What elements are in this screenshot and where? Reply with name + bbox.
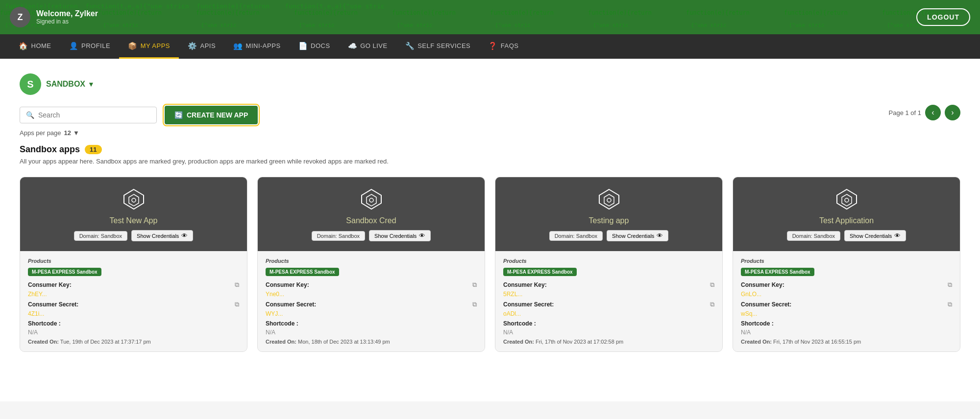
card-tags: Domain: Sandbox Show Credentials 👁 xyxy=(74,230,194,241)
nav-item-profile[interactable]: 👤 PROFILE xyxy=(60,34,120,59)
domain-tag: Domain: Sandbox xyxy=(312,231,365,241)
card-header: Test Application Domain: Sandbox Show Cr… xyxy=(733,177,960,251)
apps-count-badge: 11 xyxy=(85,145,101,154)
copy-consumer-secret-icon[interactable]: ⧉ xyxy=(235,301,239,308)
nav-item-my-apps[interactable]: 📦 MY APPS xyxy=(119,34,179,59)
created-on: Created On: Mon, 18th of Dec 2023 at 13:… xyxy=(266,339,477,345)
section-description: All your apps appear here. Sandbox apps … xyxy=(20,158,960,165)
app-icon xyxy=(834,187,859,211)
apps-grid: Test New App Domain: Sandbox Show Creden… xyxy=(20,177,960,352)
eye-icon: 👁 xyxy=(181,232,188,239)
copy-consumer-secret-icon[interactable]: ⧉ xyxy=(472,301,477,308)
eye-icon: 👁 xyxy=(419,232,425,239)
copy-consumer-key-icon[interactable]: ⧉ xyxy=(948,281,952,289)
card-tags: Domain: Sandbox Show Credentials 👁 xyxy=(787,230,906,241)
search-input[interactable] xyxy=(38,111,150,119)
svg-point-2 xyxy=(607,198,611,202)
sandbox-header: S SANDBOX ▼ xyxy=(20,73,960,95)
card-body: Products M-PESA EXPRESS Sandbox Consumer… xyxy=(20,251,247,351)
created-on: Created On: Fri, 17th of Nov 2023 at 16:… xyxy=(741,339,952,345)
pagination: Page 1 of 1 ‹ › xyxy=(889,105,961,120)
created-on-label: Created On: xyxy=(503,339,534,345)
mini-apps-icon: 👥 xyxy=(233,42,243,50)
copy-consumer-secret-icon[interactable]: ⧉ xyxy=(948,301,952,308)
search-box[interactable]: 🔍 xyxy=(20,107,157,123)
consumer-secret-row: Consumer Secret: ⧉ xyxy=(503,301,714,308)
next-page-button[interactable]: › xyxy=(945,105,960,120)
consumer-key-value: GnLO... xyxy=(741,291,952,298)
consumer-key-value: 5RZL... xyxy=(503,291,714,298)
show-credentials-button[interactable]: Show Credentials 👁 xyxy=(607,230,668,241)
products-label: Products xyxy=(266,258,477,264)
sandbox-avatar: S xyxy=(20,73,41,95)
svg-point-3 xyxy=(845,198,849,202)
chevron-down-icon: ▼ xyxy=(73,129,79,137)
products-label: Products xyxy=(741,258,952,264)
show-credentials-button[interactable]: Show Credentials 👁 xyxy=(369,230,431,241)
consumer-secret-label: Consumer Secret: xyxy=(741,301,791,308)
product-badge: M-PESA EXPRESS Sandbox xyxy=(503,268,577,276)
sandbox-label[interactable]: SANDBOX ▼ xyxy=(46,80,95,89)
header-left: Z Welcome, Zylker Signed in as xyxy=(10,7,98,27)
created-on-label: Created On: xyxy=(266,339,296,345)
copy-consumer-key-icon[interactable]: ⧉ xyxy=(235,281,239,289)
shortcode-row: Shortcode : xyxy=(503,320,714,327)
consumer-key-row: Consumer Key: ⧉ xyxy=(741,281,952,289)
go-live-icon: ☁️ xyxy=(348,42,358,50)
card-body: Products M-PESA EXPRESS Sandbox Consumer… xyxy=(258,251,485,351)
nav-item-self-services[interactable]: 🔧 SELF SERVICES xyxy=(396,34,480,59)
nav-item-go-live[interactable]: ☁️ GO LIVE xyxy=(339,34,396,59)
section-title-row: Sandbox apps 11 xyxy=(20,144,960,155)
domain-tag: Domain: Sandbox xyxy=(74,231,127,241)
card-tags: Domain: Sandbox Show Credentials 👁 xyxy=(312,230,431,241)
copy-consumer-key-icon[interactable]: ⧉ xyxy=(472,281,477,289)
consumer-secret-label: Consumer Secret: xyxy=(503,301,554,308)
created-on: Created On: Tue, 19th of Dec 2023 at 17:… xyxy=(28,339,239,345)
consumer-key-value: Yne0... xyxy=(266,291,477,298)
chevron-down-icon: ▼ xyxy=(88,80,95,88)
welcome-text: Welcome, Zylker xyxy=(36,9,98,18)
nav-item-docs[interactable]: 📄 DOCS xyxy=(290,34,339,59)
copy-consumer-key-icon[interactable]: ⧉ xyxy=(710,281,714,289)
top-controls: 🔍 🔄 CREATE NEW APP Page 1 of 1 ‹ › xyxy=(20,105,960,125)
svg-point-0 xyxy=(132,198,136,202)
products-label: Products xyxy=(28,258,239,264)
section-title: Sandbox apps xyxy=(20,144,80,155)
app-icon xyxy=(359,187,384,211)
products-label: Products xyxy=(503,258,714,264)
product-badge: M-PESA EXPRESS Sandbox xyxy=(266,268,339,276)
nav-item-faqs[interactable]: ❓ FAQS xyxy=(479,34,527,59)
consumer-secret-row: Consumer Secret: ⧉ xyxy=(28,301,239,308)
show-credentials-button[interactable]: Show Credentials 👁 xyxy=(844,230,906,241)
copy-consumer-secret-icon[interactable]: ⧉ xyxy=(710,301,714,308)
nav-item-apis[interactable]: ⚙️ APIS xyxy=(179,34,224,59)
product-badge: M-PESA EXPRESS Sandbox xyxy=(741,268,814,276)
logout-button[interactable]: LOGOUT xyxy=(916,8,970,26)
prev-page-button[interactable]: ‹ xyxy=(925,105,941,120)
per-page-select[interactable]: 12 ▼ xyxy=(64,129,79,137)
card-header: Test New App Domain: Sandbox Show Creden… xyxy=(20,177,247,251)
shortcode-row: Shortcode : xyxy=(741,320,952,327)
consumer-secret-label: Consumer Secret: xyxy=(28,301,78,308)
card-header: Testing app Domain: Sandbox Show Credent… xyxy=(495,177,722,251)
nav-item-mini-apps[interactable]: 👥 MINI-APPS xyxy=(224,34,289,59)
refresh-icon: 🔄 xyxy=(174,111,183,119)
shortcode-value: N/A xyxy=(741,329,952,336)
card-tags: Domain: Sandbox Show Credentials 👁 xyxy=(549,230,669,241)
card-body: Products M-PESA EXPRESS Sandbox Consumer… xyxy=(733,251,960,351)
shortcode-label: Shortcode : xyxy=(28,320,61,327)
app-name: Testing app xyxy=(589,216,629,225)
consumer-key-row: Consumer Key: ⧉ xyxy=(266,281,477,289)
consumer-secret-row: Consumer Secret: ⧉ xyxy=(741,301,952,308)
docs-icon: 📄 xyxy=(298,42,308,50)
created-on-label: Created On: xyxy=(741,339,772,345)
shortcode-label: Shortcode : xyxy=(266,320,298,327)
show-credentials-button[interactable]: Show Credentials 👁 xyxy=(131,230,193,241)
self-services-icon: 🔧 xyxy=(405,42,415,50)
create-new-app-button[interactable]: 🔄 CREATE NEW APP xyxy=(165,106,258,124)
app-name: Test New App xyxy=(110,216,158,225)
svg-point-1 xyxy=(369,198,373,202)
main-nav: 🏠 HOME 👤 PROFILE 📦 MY APPS ⚙️ APIS 👥 MIN… xyxy=(0,34,980,59)
shortcode-value: N/A xyxy=(28,329,239,336)
nav-item-home[interactable]: 🏠 HOME xyxy=(10,34,60,59)
